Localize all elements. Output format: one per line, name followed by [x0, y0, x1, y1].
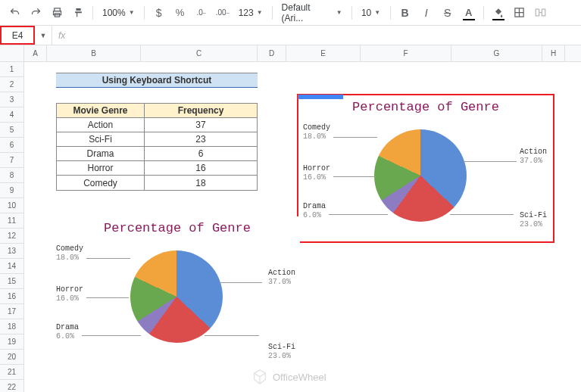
genre-cell: Drama	[57, 147, 145, 160]
svg-rect-4	[536, 9, 539, 16]
merge-cells-button[interactable]	[531, 3, 551, 23]
row-header[interactable]: 15	[0, 274, 23, 289]
font-name: Default (Ari...	[282, 2, 333, 23]
row-header[interactable]: 9	[0, 183, 23, 198]
row-header[interactable]: 5	[0, 123, 23, 138]
col-header[interactable]: D	[258, 45, 286, 61]
genre-cell: Action	[57, 118, 145, 132]
separator	[144, 6, 145, 20]
row-header[interactable]: 12	[0, 229, 23, 244]
grid-body[interactable]: A B C D E F G H Using Keyboard Shortcut …	[24, 45, 581, 392]
fill-color-button[interactable]	[489, 3, 508, 23]
label-scifi: Sci-Fi23.0%	[520, 211, 547, 229]
label-scifi: Sci-Fi23.0%	[268, 343, 295, 361]
zoom-value: 100%	[102, 8, 126, 18]
row-headers: 1 2 3 4 5 6 7 8 9 10 11 12 13 14 15 16 1…	[0, 45, 24, 392]
label-drama: Drama6.0%	[303, 202, 326, 220]
section-title: Using Keyboard Shortcut	[56, 73, 258, 88]
row-header[interactable]: 7	[0, 153, 23, 168]
row-header[interactable]: 1	[0, 62, 23, 77]
spreadsheet-grid: 1 2 3 4 5 6 7 8 9 10 11 12 13 14 15 16 1…	[0, 45, 581, 392]
genre-table: Movie Genre Frequency Action37 Sci-Fi23 …	[56, 103, 258, 191]
leader-line	[450, 214, 514, 215]
row-header[interactable]: 2	[0, 77, 23, 92]
leader-line	[329, 214, 388, 215]
bold-button[interactable]: B	[395, 3, 415, 23]
italic-button[interactable]: I	[417, 3, 436, 23]
redo-button[interactable]	[26, 3, 45, 23]
decrease-decimal-button[interactable]: .0_	[192, 3, 211, 23]
chart-copy-selected[interactable]: Percentage of Genre Comedy18.0% Action37…	[297, 94, 554, 243]
chevron-down-icon: ▼	[336, 9, 342, 16]
strikethrough-button[interactable]: S	[438, 3, 458, 23]
currency-button[interactable]: $	[149, 3, 169, 23]
name-box-dropdown[interactable]: ▼	[35, 32, 52, 39]
genre-cell: Horror	[57, 161, 145, 175]
formula-bar[interactable]: fx	[52, 26, 71, 45]
percent-button[interactable]: %	[170, 3, 190, 23]
col-header[interactable]: G	[451, 45, 542, 61]
row-header[interactable]: 18	[0, 319, 23, 334]
row-header[interactable]: 14	[0, 259, 23, 274]
font-size-value: 10	[361, 8, 371, 18]
row-header[interactable]: 4	[0, 107, 23, 123]
row-header[interactable]: 16	[0, 289, 23, 304]
leader-line	[333, 137, 377, 138]
borders-button[interactable]	[510, 3, 529, 23]
cells-layer: Using Keyboard Shortcut Movie Genre Freq…	[24, 62, 581, 392]
pie-chart-icon	[130, 250, 223, 343]
font-dropdown[interactable]: Default (Ari...▼	[277, 3, 347, 23]
column-headers: A B C D E F G H	[24, 45, 581, 62]
chart-title: Percentage of Genre	[55, 216, 300, 237]
row-header[interactable]: 13	[0, 244, 23, 259]
row-header[interactable]: 8	[0, 168, 23, 183]
freq-cell: 23	[145, 132, 257, 146]
undo-button[interactable]	[5, 3, 24, 23]
separator	[483, 6, 484, 20]
separator	[92, 6, 93, 20]
leader-line	[82, 335, 141, 336]
col-header[interactable]: H	[542, 45, 565, 61]
text-color-button[interactable]: A	[459, 3, 479, 23]
col-movie-genre: Movie Genre	[57, 104, 145, 117]
chevron-down-icon: ▼	[374, 9, 380, 16]
row-header[interactable]: 19	[0, 334, 23, 350]
col-header[interactable]: C	[141, 45, 258, 61]
increase-decimal-button[interactable]: .00_	[213, 3, 233, 23]
row-header[interactable]: 20	[0, 350, 23, 365]
zoom-dropdown[interactable]: 100%▼	[98, 3, 139, 23]
chart-original[interactable]: Percentage of Genre Comedy18.0% Action37…	[55, 216, 300, 362]
label-comedy: Comedy18.0%	[303, 123, 330, 142]
more-formats-label: 123	[239, 8, 254, 18]
label-horror: Horror16.0%	[303, 164, 330, 182]
row-header[interactable]: 10	[0, 198, 23, 213]
paint-format-button[interactable]	[68, 3, 88, 23]
svg-rect-5	[542, 9, 545, 16]
chart-selection-handle[interactable]	[298, 95, 343, 99]
table-row: Action37	[57, 118, 257, 132]
label-action: Action37.0%	[268, 269, 295, 287]
leader-line	[86, 258, 130, 259]
freq-cell: 6	[145, 147, 257, 160]
col-header[interactable]: E	[286, 45, 361, 61]
font-size-dropdown[interactable]: 10▼	[357, 3, 386, 23]
row-header[interactable]: 21	[0, 365, 23, 380]
fx-icon: fx	[58, 30, 65, 41]
row-header[interactable]: 17	[0, 304, 23, 319]
chart-body: Comedy18.0% Action37.0% Horror16.0% Dram…	[55, 237, 300, 362]
table-row: Horror16	[57, 161, 257, 176]
chart-body: Comedy18.0% Action37.0% Horror16.0% Dram…	[298, 116, 553, 241]
row-header[interactable]: 3	[0, 92, 23, 107]
more-formats-dropdown[interactable]: 123▼	[234, 3, 267, 23]
col-header[interactable]: B	[47, 45, 141, 61]
row-header[interactable]: 11	[0, 213, 23, 229]
chevron-down-icon: ▼	[257, 9, 263, 16]
name-box[interactable]: E4	[0, 26, 35, 45]
print-button[interactable]	[47, 3, 67, 23]
col-header[interactable]: F	[361, 45, 451, 61]
freq-cell: 18	[145, 176, 257, 190]
col-header[interactable]: A	[24, 45, 47, 61]
select-all-corner[interactable]	[0, 45, 23, 62]
row-header[interactable]: 6	[0, 138, 23, 153]
row-header[interactable]: 22	[0, 380, 23, 392]
